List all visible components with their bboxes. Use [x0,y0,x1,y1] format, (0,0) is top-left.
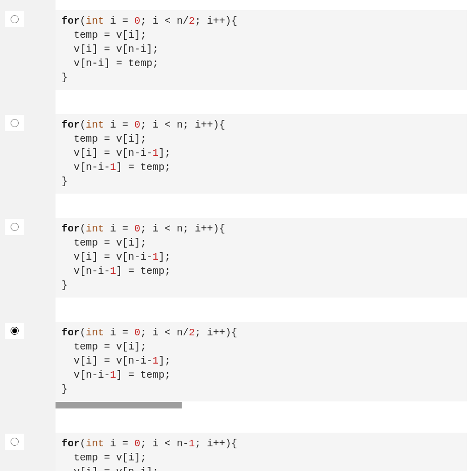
code-line: v[n-i] = temp; [62,57,158,69]
code-block: for(int i = 0; i < n; i++){ temp = v[i];… [56,114,467,194]
code-token-kw: for [62,223,80,234]
code-token-num: 1 [110,265,116,277]
answer-radio[interactable] [11,223,19,231]
code-token-kw: for [62,119,80,131]
code-line: temp = v[i]; [62,341,146,352]
code-token-num: 1 [110,161,116,173]
code-block: for(int i = 0; i < n-1; i++){ temp = v[i… [56,433,467,471]
code-line: temp = v[i]; [62,237,146,249]
answer-radio[interactable] [11,438,19,446]
code-block: for(int i = 0; i < n/2; i++){ temp = v[i… [56,10,467,90]
code-token-num: 0 [134,327,140,338]
code-token-kw: for [62,15,80,27]
code-token-num: 1 [189,438,195,449]
code-token-num: 0 [134,438,140,449]
code-line: v[i] = v[n-i-1]; [62,251,171,263]
code-token-tp: int [86,327,104,338]
code-line: v[n-i-1] = temp; [62,161,171,173]
answer-option: for(int i = 0; i < n; i++){ temp = v[i];… [56,218,467,298]
code-token-num: 1 [152,147,158,159]
code-token-num: 2 [189,327,195,338]
radio-holder [5,434,24,450]
answer-option: for(int i = 0; i < n; i++){ temp = v[i];… [56,114,467,194]
left-gutter [0,0,56,471]
code-line: temp = v[i]; [62,452,146,463]
code-token-tp: int [86,438,104,449]
code-token-num: 1 [152,355,158,367]
code-token-tp: int [86,15,104,27]
code-line: } [62,383,68,395]
code-line: } [62,72,68,83]
code-token-num: 0 [134,119,140,131]
code-line: v[n-i-1] = temp; [62,265,171,277]
code-line: v[n-i-1] = temp; [62,369,171,381]
code-line: temp = v[i]; [62,29,146,41]
answer-option: for(int i = 0; i < n/2; i++){ temp = v[i… [56,10,467,90]
code-line: } [62,175,68,187]
code-line: v[i] = v[n-i]; [62,43,158,55]
code-line: for(int i = 0; i < n; i++){ [62,119,225,131]
selected-underline [56,402,182,408]
quiz-page: for(int i = 0; i < n/2; i++){ temp = v[i… [0,0,476,471]
code-line: v[i] = v[n-i]; [62,466,158,471]
code-token-kw: for [62,438,80,449]
radio-holder [5,323,24,339]
top-spacer [56,0,467,10]
radio-holder [5,11,24,27]
code-line: for(int i = 0; i < n/2; i++){ [62,15,237,27]
code-block: for(int i = 0; i < n/2; i++){ temp = v[i… [56,322,467,401]
code-line: for(int i = 0; i < n; i++){ [62,223,225,234]
code-token-num: 2 [189,15,195,27]
code-line: v[i] = v[n-i-1]; [62,355,171,367]
radio-holder [5,115,24,131]
radio-holder [5,219,24,235]
code-token-kw: for [62,327,80,338]
code-token-num: 1 [152,251,158,263]
answer-radio[interactable] [11,119,19,127]
options-content: for(int i = 0; i < n/2; i++){ temp = v[i… [56,0,476,471]
code-token-tp: int [86,119,104,131]
answer-radio[interactable] [11,327,19,335]
code-line: temp = v[i]; [62,133,146,145]
code-line: } [62,279,68,291]
code-line: v[i] = v[n-i-1]; [62,147,171,159]
code-token-num: 0 [134,223,140,234]
code-block: for(int i = 0; i < n; i++){ temp = v[i];… [56,218,467,298]
answer-option: for(int i = 0; i < n-1; i++){ temp = v[i… [56,433,467,471]
code-token-num: 1 [110,369,116,381]
code-token-num: 0 [134,15,140,27]
code-line: for(int i = 0; i < n-1; i++){ [62,438,237,449]
code-line: for(int i = 0; i < n/2; i++){ [62,327,237,338]
answer-option: for(int i = 0; i < n/2; i++){ temp = v[i… [56,322,467,408]
answer-radio[interactable] [11,15,19,23]
code-token-tp: int [86,223,104,234]
